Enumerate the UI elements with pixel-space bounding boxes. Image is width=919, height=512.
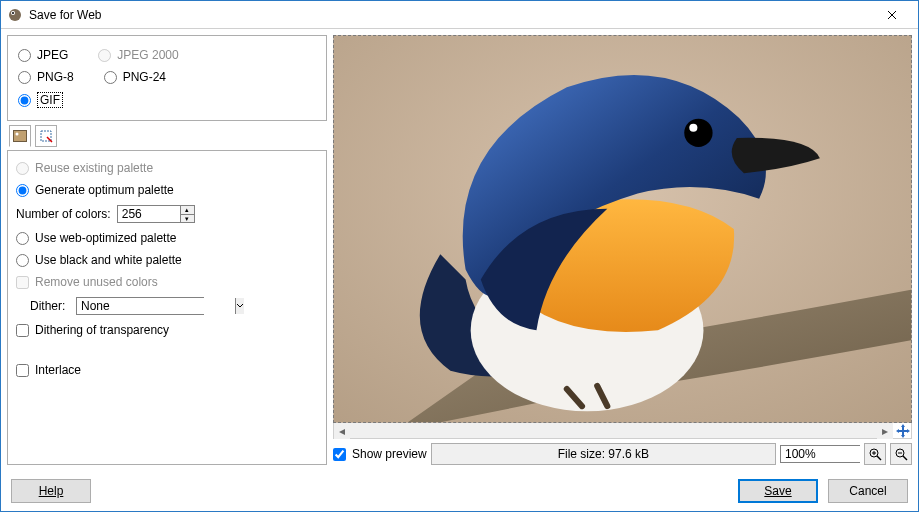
spinner-down-icon[interactable]: ▾ (180, 214, 194, 223)
spinner-up-icon[interactable]: ▴ (180, 206, 194, 214)
radio-generate-palette[interactable]: Generate optimum palette (16, 183, 318, 197)
chevron-down-icon[interactable] (235, 298, 244, 314)
radio-gif[interactable]: GIF (18, 92, 63, 108)
radio-web-palette[interactable]: Use web-optimized palette (16, 231, 318, 245)
app-icon (7, 7, 23, 23)
svg-line-12 (877, 456, 881, 460)
bw-palette-label: Use black and white palette (35, 253, 182, 267)
option-tabs (7, 125, 327, 147)
titlebar: Save for Web (1, 1, 918, 29)
cancel-button[interactable]: Cancel (828, 479, 908, 503)
num-colors-label: Number of colors: (16, 207, 111, 221)
radio-png24[interactable]: PNG-24 (104, 70, 166, 84)
remove-unused-label: Remove unused colors (35, 275, 158, 289)
window-title: Save for Web (29, 8, 870, 22)
check-interlace[interactable]: Interlace (16, 363, 318, 377)
format-panel: JPEG JPEG 2000 PNG-8 PNG-24 GIF (7, 35, 327, 121)
close-button[interactable] (870, 1, 914, 28)
horizontal-scrollbar[interactable]: ◂ ▸ (333, 423, 912, 439)
scroll-track[interactable] (350, 423, 877, 438)
svg-point-2 (12, 12, 14, 14)
zoom-in-button[interactable] (864, 443, 886, 465)
web-palette-label: Use web-optimized palette (35, 231, 176, 245)
dither-label: Dither: (30, 299, 68, 313)
show-preview-label: Show preview (352, 447, 427, 461)
svg-point-5 (16, 133, 19, 136)
interlace-label: Interlace (35, 363, 81, 377)
svg-point-0 (9, 9, 21, 21)
filesize-display: File size: 97.6 kB (431, 443, 776, 465)
radio-jpeg-label: JPEG (37, 48, 68, 62)
svg-point-9 (684, 119, 712, 147)
save-button[interactable]: Save (738, 479, 818, 503)
radio-jpeg2000[interactable]: JPEG 2000 (98, 48, 178, 62)
radio-png8-label: PNG-8 (37, 70, 74, 84)
tab-crop-options[interactable] (35, 125, 57, 147)
radio-reuse-palette[interactable]: Reuse existing palette (16, 161, 318, 175)
preview-canvas[interactable] (333, 35, 912, 423)
zoom-combo[interactable] (780, 445, 860, 463)
dither-value[interactable] (77, 298, 235, 314)
radio-jpeg[interactable]: JPEG (18, 48, 68, 62)
zoom-out-button[interactable] (890, 443, 912, 465)
num-colors-input[interactable] (118, 206, 180, 222)
svg-rect-4 (14, 131, 26, 141)
check-remove-unused[interactable]: Remove unused colors (16, 275, 318, 289)
radio-gif-label: GIF (37, 92, 63, 108)
tab-image-options[interactable] (9, 125, 31, 147)
scroll-right-icon[interactable]: ▸ (877, 423, 893, 439)
move-icon[interactable] (895, 423, 911, 439)
help-button[interactable]: Help (11, 479, 91, 503)
radio-png8[interactable]: PNG-8 (18, 70, 74, 84)
svg-point-10 (689, 124, 697, 132)
radio-bw-palette[interactable]: Use black and white palette (16, 253, 318, 267)
reuse-palette-label: Reuse existing palette (35, 161, 153, 175)
dither-combo[interactable] (76, 297, 204, 315)
dialog-footer: Help Save Cancel (1, 471, 918, 511)
radio-png24-label: PNG-24 (123, 70, 166, 84)
check-show-preview[interactable]: Show preview (333, 447, 427, 461)
check-dither-transparency[interactable]: Dithering of transparency (16, 323, 318, 337)
scroll-left-icon[interactable]: ◂ (334, 423, 350, 439)
svg-line-16 (903, 456, 907, 460)
generate-palette-label: Generate optimum palette (35, 183, 174, 197)
radio-jpeg2000-label: JPEG 2000 (117, 48, 178, 62)
dither-trans-label: Dithering of transparency (35, 323, 169, 337)
num-colors-spinner[interactable]: ▴▾ (117, 205, 195, 223)
options-panel: Reuse existing palette Generate optimum … (7, 150, 327, 465)
